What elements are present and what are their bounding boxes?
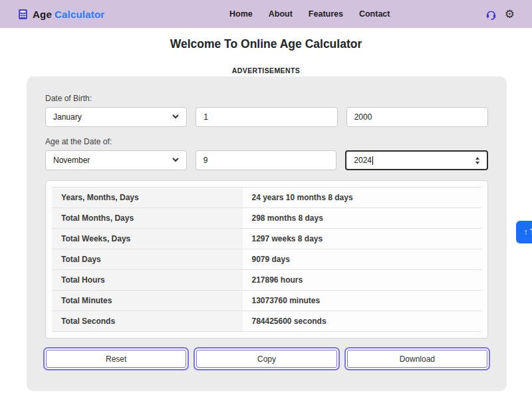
dob-month-value: January: [53, 112, 82, 122]
number-spinner-icon[interactable]: [475, 157, 479, 164]
header: AgeCalculator Home About Features Contac…: [0, 0, 532, 28]
result-label: Total Hours: [52, 270, 243, 290]
table-row: Total Days 9079 days: [52, 249, 481, 270]
headset-icon[interactable]: [485, 9, 497, 20]
dob-day-input[interactable]: [196, 107, 337, 127]
table-row: Years, Months, Days 24 years 10 months 8…: [52, 188, 481, 208]
result-label: Total Days: [52, 249, 243, 269]
result-label: Total Minutes: [52, 291, 243, 311]
result-value: 13073760 minutes: [243, 291, 481, 311]
brand-name: AgeCalculator: [33, 9, 104, 20]
result-value: 298 months 8 days: [243, 208, 481, 228]
target-month-select[interactable]: November: [45, 150, 187, 170]
page-title: Welcome To Online Age Calculator: [0, 37, 532, 51]
table-row: Total Minutes 13073760 minutes: [52, 291, 481, 311]
dob-month-select[interactable]: January: [45, 107, 187, 127]
text-caret: [372, 156, 373, 165]
advertisements-label: ADVERTISEMENTS: [0, 66, 532, 74]
target-year-input[interactable]: 2024: [345, 150, 488, 170]
calculator-card: Date of Birth: January Age at the Date o…: [27, 76, 507, 391]
table-row: Total Months, Days 298 months 8 days: [52, 208, 481, 229]
download-button[interactable]: Download: [347, 350, 487, 368]
target-day-input[interactable]: [196, 150, 337, 170]
target-year-value: 2024: [354, 156, 372, 165]
result-label: Total Seconds: [52, 311, 243, 331]
nav-home[interactable]: Home: [229, 9, 253, 19]
result-value: 1297 weeks 8 days: [243, 229, 481, 249]
result-label: Total Weeks, Days: [52, 229, 243, 249]
result-value: 217896 hours: [243, 270, 481, 290]
result-value: 9079 days: [243, 249, 481, 269]
result-value: 784425600 seconds: [243, 311, 481, 331]
calculator-icon: [17, 9, 29, 20]
table-row: Total Seconds 784425600 seconds: [52, 311, 481, 332]
scroll-to-top-button[interactable]: ↑ Top: [516, 221, 532, 243]
results-table: Years, Months, Days 24 years 10 months 8…: [45, 180, 488, 338]
age-at-label: Age at the Date of:: [45, 137, 488, 146]
result-value: 24 years 10 months 8 days: [243, 188, 481, 207]
reset-button[interactable]: Reset: [46, 350, 186, 368]
nav-about[interactable]: About: [269, 9, 293, 19]
table-row: Total Weeks, Days 1297 weeks 8 days: [52, 229, 481, 249]
gear-icon[interactable]: ⚙: [505, 9, 515, 20]
result-label: Total Months, Days: [52, 208, 243, 228]
result-label: Years, Months, Days: [52, 188, 243, 207]
main-nav: Home About Features Contact: [229, 9, 390, 19]
table-row: Total Hours 217896 hours: [52, 270, 481, 291]
nav-features[interactable]: Features: [309, 9, 343, 19]
brand-logo[interactable]: AgeCalculator: [17, 9, 104, 20]
dob-label: Date of Birth:: [45, 94, 488, 103]
copy-button[interactable]: Copy: [196, 350, 336, 368]
chevron-down-icon: [172, 156, 179, 165]
target-month-value: November: [53, 156, 90, 165]
dob-year-input[interactable]: [346, 107, 488, 127]
chevron-down-icon: [172, 112, 179, 122]
nav-contact[interactable]: Contact: [359, 9, 390, 19]
